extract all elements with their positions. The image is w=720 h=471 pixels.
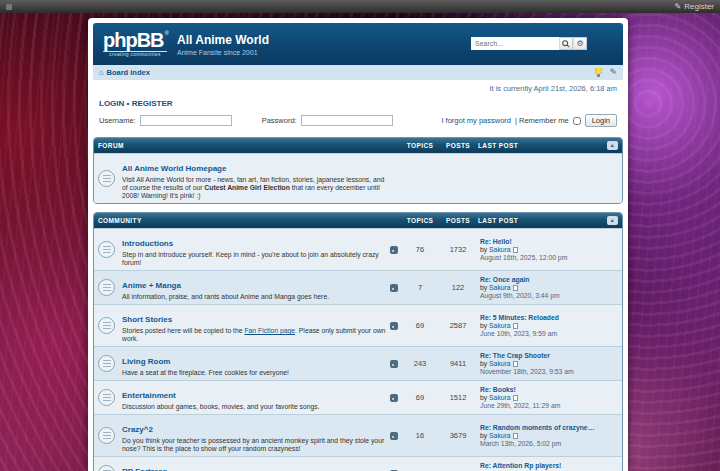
- home-icon: ⌂: [99, 68, 104, 77]
- latest-post-icon[interactable]: [513, 323, 518, 329]
- forum-row: Crazy^2 Do you think your teacher is pos…: [94, 414, 622, 456]
- latest-post-icon[interactable]: [513, 285, 518, 291]
- search-button[interactable]: [559, 37, 573, 50]
- forum-main: Living Room Have a seat at the fireplace…: [120, 350, 390, 377]
- last-post-subject[interactable]: Re: Random moments of crazyne…: [480, 424, 618, 432]
- section-title: COMMUNITY: [98, 217, 402, 224]
- forgot-password-link[interactable]: I forgot my password: [441, 116, 511, 125]
- forum-main: All Anime World Homepage Visit All Anime…: [120, 157, 390, 200]
- forum-row: Introductions Step in and introduce your…: [94, 228, 622, 270]
- latest-post-icon[interactable]: [513, 361, 518, 367]
- forum-link[interactable]: All Anime World Homepage: [122, 164, 226, 173]
- edit-icon: ✎: [675, 2, 682, 11]
- register-link-top[interactable]: ✎ Register: [675, 2, 715, 11]
- phpbb-logo[interactable]: phpBB ® creating communities: [103, 30, 167, 58]
- forum-link[interactable]: Entertainment: [122, 391, 176, 400]
- last-post-author-line: by Sakura: [480, 394, 618, 402]
- board-index-link[interactable]: ⌂ Board index: [99, 68, 150, 77]
- author-link[interactable]: Sakura: [489, 394, 511, 401]
- login-form: Username: Password: I forgot my password…: [93, 108, 623, 131]
- by-label: by: [480, 322, 487, 329]
- login-link[interactable]: LOGIN: [99, 99, 124, 108]
- topics-count: 243: [402, 359, 438, 368]
- topics-column-header: TOPICS: [402, 217, 438, 224]
- pencil-icon[interactable]: ✎: [609, 68, 617, 77]
- forum-row: RP Fortress Want to have fun RolePlaying…: [94, 456, 622, 471]
- forum-icon: [98, 427, 115, 444]
- last-post-subject[interactable]: Re: 5 Minutes: Reloaded: [480, 314, 618, 322]
- register-link[interactable]: REGISTER: [132, 99, 173, 108]
- forum-link[interactable]: Living Room: [122, 357, 170, 366]
- collapse-button[interactable]: ▲: [607, 216, 618, 225]
- by-label: by: [480, 394, 487, 401]
- last-post-subject[interactable]: Re: Books!: [480, 386, 618, 394]
- collapse-button[interactable]: ▲: [607, 141, 618, 150]
- forum-row: Short Stories Stories posted here will b…: [94, 304, 622, 346]
- forum-row: All Anime World Homepage Visit All Anime…: [94, 153, 622, 203]
- forum-icon: [98, 241, 115, 258]
- last-post-subject[interactable]: Re: Once again: [480, 276, 618, 284]
- latest-post-icon[interactable]: [513, 433, 518, 439]
- forum-link[interactable]: Crazy^2: [122, 425, 153, 434]
- posts-count: 9411: [438, 359, 478, 368]
- search-options-button[interactable]: ⚙: [573, 37, 587, 50]
- forum-description: All information, praise, and rants about…: [122, 293, 386, 301]
- forum-description: Discussion about games, books, movies, a…: [122, 403, 386, 411]
- author-link[interactable]: Sakura: [489, 322, 511, 329]
- forum-link[interactable]: Introductions: [122, 239, 173, 248]
- forum-link[interactable]: Anime + Manga: [122, 281, 181, 290]
- last-post-subject[interactable]: Re: Attention Rp players!: [480, 462, 618, 470]
- feed-icon: [390, 394, 398, 402]
- latest-post-icon[interactable]: [513, 395, 518, 401]
- lightbulb-icon[interactable]: [595, 68, 602, 77]
- forum-main: Introductions Step in and introduce your…: [120, 232, 390, 267]
- fan-fiction-link[interactable]: Fan Fiction page: [244, 327, 295, 334]
- forum-row: Entertainment Discussion about games, bo…: [94, 380, 622, 414]
- last-post-date: March 13th, 2026, 5:02 pm: [480, 440, 618, 448]
- password-field[interactable]: [301, 115, 393, 126]
- forum-link[interactable]: RP Fortress: [122, 467, 167, 471]
- author-link[interactable]: Sakura: [489, 246, 511, 253]
- forum-main: Crazy^2 Do you think your teacher is pos…: [120, 418, 390, 453]
- by-label: by: [480, 284, 487, 291]
- username-field[interactable]: [140, 115, 232, 126]
- posts-count: 122: [438, 283, 478, 292]
- forum-page: phpBB ® creating communities All Anime W…: [88, 18, 628, 471]
- author-link[interactable]: Sakura: [489, 360, 511, 367]
- board-index-label: Board index: [107, 68, 150, 77]
- login-button[interactable]: Login: [585, 114, 617, 127]
- author-link[interactable]: Sakura: [489, 284, 511, 291]
- bullet-separator: •: [127, 99, 130, 108]
- author-link[interactable]: Sakura: [489, 432, 511, 439]
- remember-me-checkbox[interactable]: [573, 117, 581, 125]
- last-post-date: June 29th, 2022, 11:29 am: [480, 402, 618, 410]
- remember-me-label: | Remember me: [515, 116, 569, 125]
- last-post: Re: Books! by Sakura June 29th, 2022, 11…: [478, 386, 618, 410]
- phpbb-tagline: creating communities: [103, 51, 167, 58]
- last-post-author-line: by Sakura: [480, 432, 618, 440]
- forum-row: Living Room Have a seat at the fireplace…: [94, 346, 622, 380]
- by-label: by: [480, 432, 487, 439]
- section-community: COMMUNITY TOPICS POSTS LAST POST ▲ Intro…: [93, 212, 623, 471]
- last-post-subject[interactable]: Re: Hello!: [480, 238, 618, 246]
- forum-icon: [98, 389, 115, 406]
- forum-icon: [98, 170, 115, 187]
- site-title: All Anime World: [177, 33, 269, 47]
- registered-mark: ®: [165, 30, 169, 36]
- forum-icon: [98, 317, 115, 334]
- feed-icon: [390, 360, 398, 368]
- password-label: Password:: [262, 116, 297, 125]
- latest-post-icon[interactable]: [513, 247, 518, 253]
- last-post: Re: Attention Rp players! by Sakura Dece…: [478, 462, 618, 471]
- feed-icon: [390, 246, 398, 254]
- by-label: by: [480, 246, 487, 253]
- last-post-date: August 16th, 2025, 12:00 pm: [480, 254, 618, 262]
- section-title: FORUM: [98, 142, 402, 149]
- forum-link[interactable]: Short Stories: [122, 315, 172, 324]
- last-post-subject[interactable]: Re: The Crap Shooter: [480, 352, 618, 360]
- forum-main: Anime + Manga All information, praise, a…: [120, 274, 390, 301]
- search-input[interactable]: [471, 37, 559, 50]
- by-label: by: [480, 360, 487, 367]
- section-header: FORUM TOPICS POSTS LAST POST ▲: [94, 138, 622, 153]
- feed-icon: [390, 284, 398, 292]
